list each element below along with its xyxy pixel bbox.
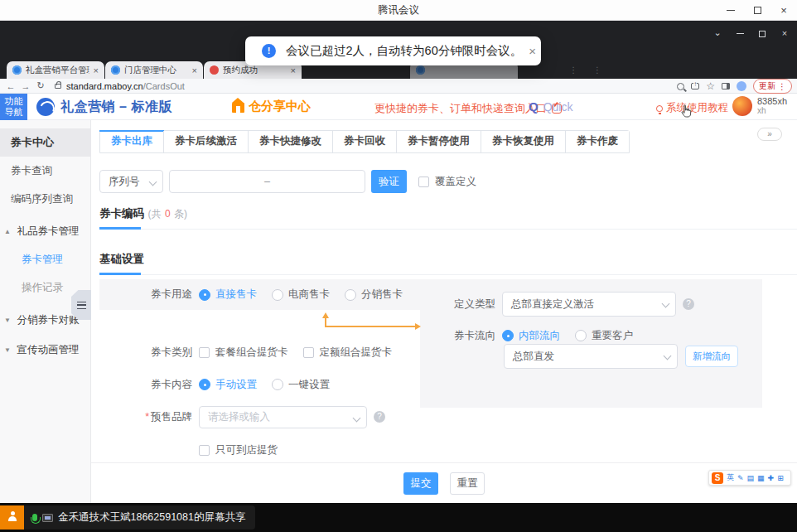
checkbox-store-pickup-only[interactable]: 只可到店提货	[199, 443, 278, 457]
search-placeholder: Quick	[543, 100, 573, 114]
reset-button[interactable]: 重置	[450, 472, 485, 495]
tab-close-icon[interactable]: ×	[94, 65, 99, 75]
address-bar[interactable]: standard.maboy.cn/CardsOut	[55, 81, 185, 91]
minimize-button[interactable]	[717, 0, 744, 21]
flow-select-row: 总部直发 新增流向	[504, 344, 738, 369]
screen-share-text: 金禾通技术王斌18662591081的屏幕共享	[58, 510, 245, 525]
screen-share-indicator[interactable]: 金禾通技术王斌18662591081的屏幕共享	[0, 505, 255, 530]
radio-manual-setup[interactable]: 手动设置	[199, 378, 257, 392]
chrome-menu-chevron[interactable]: ⌄	[710, 27, 725, 38]
banner-close-icon[interactable]: ×	[529, 44, 536, 58]
search-icon[interactable]	[677, 83, 684, 90]
ime-mode-icon[interactable]: 英	[727, 472, 734, 483]
maximize-button[interactable]	[744, 0, 770, 21]
card-category-label: 券卡类别	[99, 346, 192, 360]
side-panel-icon[interactable]	[722, 83, 730, 89]
tab-card-resume[interactable]: 券卡恢复使用	[481, 131, 565, 152]
hamburger-icon	[77, 302, 86, 309]
reload-icon[interactable]: ↻	[33, 80, 48, 91]
sidebar-section-title: 券卡中心	[0, 128, 90, 157]
chrome-minimize-button[interactable]	[732, 28, 747, 38]
sidebar-group-gift-card-mgmt[interactable]: ▲ 礼品券卡管理	[0, 217, 90, 245]
tab-close-icon[interactable]: ×	[291, 65, 296, 75]
search-q-icon: Q	[529, 99, 539, 114]
basic-settings-header: 基础设置	[99, 251, 797, 275]
browser-update-button[interactable]: 更新 ⋮	[753, 79, 792, 94]
card-flow-row: 券卡流向 内部流向 重要客户	[439, 327, 648, 344]
sidebar: 券卡中心 券卡查询 编码序列查询 ▲ 礼品券卡管理 券卡管理 操作记录 ▼ 分销…	[0, 120, 91, 503]
ime-keyboard-icon[interactable]: ▤	[747, 474, 755, 482]
user-menu[interactable]: 8385xh xh	[732, 96, 787, 116]
tab-close-icon[interactable]: ×	[192, 65, 197, 75]
share-icon[interactable]	[691, 83, 699, 89]
forward-icon[interactable]: →	[18, 81, 33, 91]
tab-card-followup-activate[interactable]: 券卡后续激活	[163, 131, 248, 152]
close-button[interactable]: ×	[770, 0, 797, 21]
codes-section-header: 券卡编码 (共 0 条)	[99, 206, 797, 230]
more-icon: ⋮	[778, 82, 786, 91]
nav-badge[interactable]: 功能导航	[0, 94, 27, 120]
radio-icon	[345, 289, 356, 301]
browser-tab-title: 门店管理中心	[124, 65, 188, 76]
sidebar-item-code-sequence-query[interactable]: 编码序列查询	[0, 185, 90, 213]
favicon-blue	[416, 65, 425, 75]
chrome-close-button[interactable]: ×	[777, 28, 792, 38]
presale-brand-row: *预售品牌 请选择或输入 ?	[99, 405, 385, 428]
browser-tab-1[interactable]: 礼盒营销平台管理中心 ×	[7, 61, 104, 79]
card-flow-label: 券卡流向	[439, 329, 495, 343]
warehouse-icon	[232, 103, 244, 113]
radio-important-customer[interactable]: 重要客户	[575, 329, 633, 343]
connector-arrowhead-right	[415, 323, 421, 330]
sidebar-item-card-query[interactable]: 券卡查询	[0, 157, 90, 185]
help-question-icon[interactable]: ?	[374, 411, 385, 423]
radio-icon	[272, 289, 283, 301]
help-question-icon[interactable]: ?	[683, 298, 694, 310]
meeting-title: 腾讯会议	[0, 0, 797, 21]
serial-range-input[interactable]: –	[169, 170, 365, 193]
browser-tab-2[interactable]: 门店管理中心 ×	[105, 61, 203, 79]
tab-card-void[interactable]: 券卡作废	[565, 131, 629, 152]
ime-grid-icon[interactable]: ⊞	[777, 474, 784, 482]
tab-card-suspend[interactable]: 券卡暂停使用	[396, 131, 481, 152]
tab-card-recycle[interactable]: 券卡回收	[332, 131, 396, 152]
browser-profile-avatar[interactable]	[737, 81, 746, 91]
submit-button[interactable]: 提交	[403, 472, 438, 495]
ime-skin-icon[interactable]: ▦	[757, 474, 765, 482]
ime-plus-icon[interactable]: ✚	[768, 474, 775, 482]
ime-pen-icon[interactable]: ✎	[737, 474, 744, 482]
checkbox-fixed-combo-card[interactable]: 定额组合提货卡	[303, 346, 393, 360]
serial-field-select[interactable]: 序列号	[99, 170, 163, 193]
panel-collapse-button[interactable]: »	[757, 128, 782, 141]
bookmark-star-icon[interactable]: ☆	[706, 80, 715, 92]
quick-search[interactable]: Q Quick	[529, 99, 572, 114]
tab-card-quick-modify[interactable]: 券卡快捷修改	[248, 131, 332, 152]
lock-icon	[55, 84, 61, 89]
verify-button[interactable]: 验证	[371, 170, 407, 193]
flow-select[interactable]: 总部直发	[504, 344, 678, 369]
checkbox-package-combo-card[interactable]: 套餐组合提货卡	[199, 346, 288, 360]
card-usage-row: 券卡用途 直接售卡 电商售卡 分销售卡	[99, 279, 418, 310]
card-content-row: 券卡内容 手动设置 一键设置	[99, 376, 345, 393]
warehouse-share-link[interactable]: 仓分享中心	[232, 99, 311, 114]
presale-brand-select[interactable]: 请选择或输入	[199, 406, 367, 428]
tab-card-outbound[interactable]: 券卡出库	[100, 131, 163, 152]
radio-distribution-sale[interactable]: 分销售卡	[345, 288, 403, 302]
lightbulb-icon	[656, 105, 663, 112]
radio-ecommerce-sale[interactable]: 电商售卡	[272, 288, 330, 302]
override-checkbox[interactable]	[418, 177, 429, 187]
add-flow-button[interactable]: 新增流向	[685, 346, 738, 367]
sidebar-group-promo-animation[interactable]: ▼ 宣传动画管理	[0, 336, 90, 364]
tutorial-link[interactable]: 系统使用教程	[656, 101, 728, 115]
checkbox-icon	[199, 347, 210, 358]
back-icon[interactable]: ←	[3, 81, 18, 91]
microphone-icon	[32, 514, 37, 521]
ime-logo-icon[interactable]: S	[712, 472, 723, 484]
define-type-select[interactable]: 总部直接定义激活	[502, 292, 676, 317]
sidebar-item-card-management[interactable]: 券卡管理	[0, 245, 90, 273]
sidebar-collapse-handle[interactable]	[71, 290, 91, 320]
radio-direct-sale[interactable]: 直接售卡	[199, 288, 257, 302]
radio-one-click-setup[interactable]: 一键设置	[272, 378, 330, 392]
radio-internal-flow[interactable]: 内部流向	[502, 329, 560, 343]
chrome-maximize-button[interactable]	[755, 28, 770, 38]
browser-toolbar: ← → ↻ standard.maboy.cn/CardsOut ☆ 更新 ⋮	[0, 79, 797, 94]
